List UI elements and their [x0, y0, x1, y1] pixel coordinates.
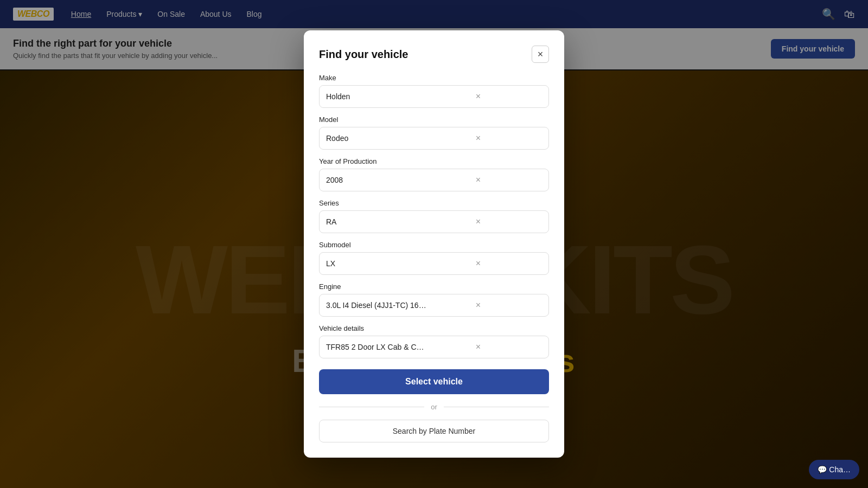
make-value: Holden [326, 92, 427, 101]
find-vehicle-modal: Find your vehicle × Make Holden × Model … [304, 30, 564, 458]
model-label: Model [319, 115, 549, 124]
year-field-group: Year of Production 2008 × [319, 157, 549, 191]
vehicle-details-label: Vehicle details [319, 324, 549, 332]
model-field-group: Model Rodeo × [319, 115, 549, 150]
chat-widget[interactable]: 💬 Cha… [809, 460, 859, 479]
series-clear-button[interactable]: × [427, 216, 529, 227]
modal-header: Find your vehicle × [319, 46, 549, 63]
series-input[interactable]: RA × [319, 210, 549, 233]
engine-input[interactable]: 3.0L I4 Diesel (4JJ1-TC) 16v DOHC DiTD T… [319, 294, 549, 317]
year-value: 2008 [326, 176, 427, 184]
modal-divider: or [319, 403, 549, 411]
vehicle-details-clear-button[interactable]: × [427, 342, 529, 352]
submodel-clear-button[interactable]: × [427, 258, 529, 269]
divider-text: or [431, 403, 437, 411]
submodel-label: Submodel [319, 241, 549, 249]
chat-label: Cha… [829, 465, 851, 474]
series-value: RA [326, 217, 427, 226]
engine-label: Engine [319, 282, 549, 291]
vehicle-details-field-group: Vehicle details TFR85 2 Door LX Cab & Ch… [319, 324, 549, 358]
vehicle-details-value: TFR85 2 Door LX Cab & Chassis RWD Manua… [326, 343, 427, 351]
make-label: Make [319, 74, 549, 82]
engine-field-group: Engine 3.0L I4 Diesel (4JJ1-TC) 16v DOHC… [319, 282, 549, 317]
make-input[interactable]: Holden × [319, 85, 549, 108]
model-value: Rodeo [326, 134, 427, 143]
model-input[interactable]: Rodeo × [319, 127, 549, 150]
plate-number-button[interactable]: Search by Plate Number [319, 420, 549, 442]
submodel-input[interactable]: LX × [319, 252, 549, 275]
vehicle-details-input[interactable]: TFR85 2 Door LX Cab & Chassis RWD Manua…… [319, 336, 549, 358]
year-label: Year of Production [319, 157, 549, 165]
modal-close-button[interactable]: × [532, 46, 549, 63]
year-clear-button[interactable]: × [427, 175, 529, 185]
engine-value: 3.0L I4 Diesel (4JJ1-TC) 16v DOHC DiTD T… [326, 301, 427, 310]
make-clear-button[interactable]: × [427, 91, 529, 102]
submodel-field-group: Submodel LX × [319, 241, 549, 275]
make-field-group: Make Holden × [319, 74, 549, 108]
year-input[interactable]: 2008 × [319, 169, 549, 191]
series-field-group: Series RA × [319, 199, 549, 233]
select-vehicle-button[interactable]: Select vehicle [319, 369, 549, 394]
submodel-value: LX [326, 259, 427, 268]
engine-clear-button[interactable]: × [427, 300, 529, 311]
model-clear-button[interactable]: × [427, 133, 529, 144]
modal-title: Find your vehicle [319, 48, 408, 61]
series-label: Series [319, 199, 549, 207]
